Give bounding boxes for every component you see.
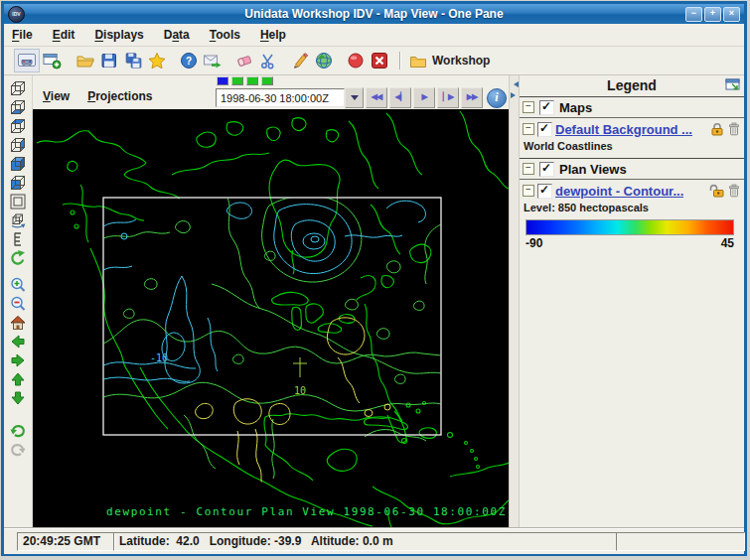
support-request-button[interactable] — [201, 50, 225, 71]
time-step-indicators — [217, 76, 507, 85]
cube-bottom-face-button[interactable] — [7, 97, 29, 116]
maps-visibility-checkbox[interactable] — [539, 100, 554, 115]
item-visibility-checkbox[interactable] — [537, 184, 552, 199]
undo-button[interactable] — [7, 420, 29, 439]
collapse-item-button[interactable] — [523, 185, 534, 197]
cube-top-face-button[interactable] — [7, 116, 29, 135]
plan-views-visibility-checkbox[interactable] — [539, 162, 554, 177]
float-legend-button[interactable] — [725, 77, 741, 92]
time-select-combobox[interactable]: 1998-06-30 18:00:00Z — [216, 88, 345, 107]
play-button[interactable] — [413, 87, 435, 108]
minimize-button[interactable] — [685, 7, 702, 22]
colorbar-max-label: 45 — [721, 236, 734, 250]
time-step[interactable] — [246, 76, 258, 85]
zoom-in-button[interactable] — [7, 275, 29, 294]
time-step[interactable] — [261, 76, 273, 85]
save-as-button[interactable] — [121, 50, 145, 71]
close-button[interactable] — [723, 7, 740, 22]
split-pane-divider[interactable] — [509, 75, 520, 528]
cube-west-face-button[interactable] — [7, 173, 29, 192]
menu-data[interactable]: Data — [164, 28, 190, 42]
save-bundle-button[interactable] — [97, 50, 121, 71]
menu-tools[interactable]: Tools — [210, 28, 240, 42]
pan-right-button[interactable] — [7, 350, 29, 369]
pan-up-button[interactable] — [7, 369, 29, 388]
map-display[interactable]: -10 10 — [33, 109, 509, 528]
cut-displays-button[interactable] — [256, 50, 280, 71]
menu-displays[interactable]: Displays — [94, 28, 143, 42]
time-step[interactable] — [231, 76, 243, 85]
step-back-button[interactable] — [389, 87, 411, 108]
cursor-position-display: Latitude: 42.0 Longitude: -39.9 Altitude… — [113, 532, 617, 551]
dewpoint-contour-link[interactable]: dewpoint - Contour... — [555, 184, 683, 199]
collapse-right-icon[interactable] — [511, 92, 519, 98]
workshop-button[interactable]: Workshop — [409, 54, 490, 69]
animation-properties-button[interactable]: i — [487, 88, 507, 108]
maximize-button[interactable] — [704, 7, 721, 22]
help-icon: ? — [179, 52, 199, 70]
menu-edit[interactable]: Edit — [53, 28, 75, 42]
reset-view-home-button[interactable] — [7, 313, 29, 332]
cancel-loads-button[interactable] — [344, 50, 368, 71]
default-background-link[interactable]: Default Background ... — [555, 122, 692, 137]
map-display-area[interactable]: -10 10 dewpoint - Contour Plan View 1998… — [33, 109, 509, 528]
show-globe-button[interactable] — [312, 50, 336, 71]
default-background-row: Default Background ... — [520, 118, 744, 140]
menu-projections[interactable]: Projections — [87, 89, 152, 103]
auto-rotate-button[interactable] — [7, 248, 29, 267]
collapse-maps-button[interactable] — [523, 101, 534, 113]
collapse-plan-views-button[interactable] — [523, 163, 534, 175]
lock-open-icon[interactable] — [709, 184, 724, 198]
set-projection-region-button[interactable] — [7, 192, 29, 210]
open-bundle-button[interactable] — [74, 50, 97, 71]
pan-down-button[interactable] — [7, 388, 29, 407]
map-view-panel: View Projections 1998-06-30 18:00:00Z — [33, 75, 509, 528]
item-visibility-checkbox[interactable] — [537, 122, 552, 137]
rotate-view-button[interactable] — [7, 210, 29, 229]
edit-formulas-button[interactable] — [288, 50, 312, 71]
plan-views-section-label: Plan Views — [559, 162, 627, 177]
go-to-start-button[interactable] — [366, 87, 387, 108]
eraser-icon — [234, 52, 254, 70]
toolbar-separator — [399, 52, 401, 70]
menu-help[interactable]: Help — [260, 28, 286, 42]
trash-icon[interactable] — [728, 122, 740, 136]
colorbar-range: -90 45 — [520, 235, 744, 250]
trash-icon[interactable] — [728, 184, 740, 198]
plan-views-section-header: Plan Views — [520, 158, 744, 180]
pan-left-button[interactable] — [7, 332, 29, 350]
go-to-end-button[interactable] — [461, 87, 483, 108]
status-bar: 20:49:25 GMT Latitude: 42.0 Longitude: -… — [4, 528, 744, 554]
contour-marker — [293, 357, 307, 377]
combo-dropdown-arrow[interactable] — [345, 87, 364, 108]
vertical-range-button[interactable] — [7, 229, 29, 248]
remove-all-displays-button[interactable] — [368, 50, 391, 71]
show-dashboard-button[interactable] — [14, 49, 40, 72]
time-step-current[interactable] — [217, 76, 228, 85]
erase-displays-button[interactable] — [232, 50, 256, 71]
redo-button[interactable] — [7, 439, 29, 458]
scissors-icon — [258, 52, 278, 70]
dewpoint-contour-row: dewpoint - Contour... — [520, 180, 744, 202]
collapse-item-button[interactable] — [523, 123, 534, 135]
cube-solid-button[interactable] — [7, 154, 29, 173]
favorites-button[interactable] — [145, 50, 169, 71]
new-window-button[interactable] — [40, 50, 64, 71]
menu-view[interactable]: View — [43, 89, 70, 103]
zoom-out-button[interactable] — [7, 294, 29, 313]
cube-east-face-button[interactable] — [7, 135, 29, 154]
step-forward-button[interactable] — [437, 87, 459, 108]
lock-closed-icon[interactable] — [709, 122, 724, 136]
collapse-left-icon[interactable] — [511, 81, 519, 87]
dewpoint-colorbar[interactable] — [525, 219, 734, 235]
menu-file[interactable]: File — [12, 28, 33, 42]
colorbar-min-label: -90 — [525, 236, 542, 250]
dashboard-icon — [17, 52, 37, 70]
content-area: View Projections 1998-06-30 18:00:00Z — [4, 75, 744, 528]
save-icon — [99, 52, 119, 70]
title-bar[interactable]: IDV Unidata Workshop IDV - Map View - On… — [4, 4, 744, 24]
perspective-view-button[interactable] — [7, 78, 29, 97]
dewpoint-contours — [103, 196, 441, 487]
help-button[interactable]: ? — [177, 50, 201, 71]
new-window-icon — [42, 52, 62, 70]
